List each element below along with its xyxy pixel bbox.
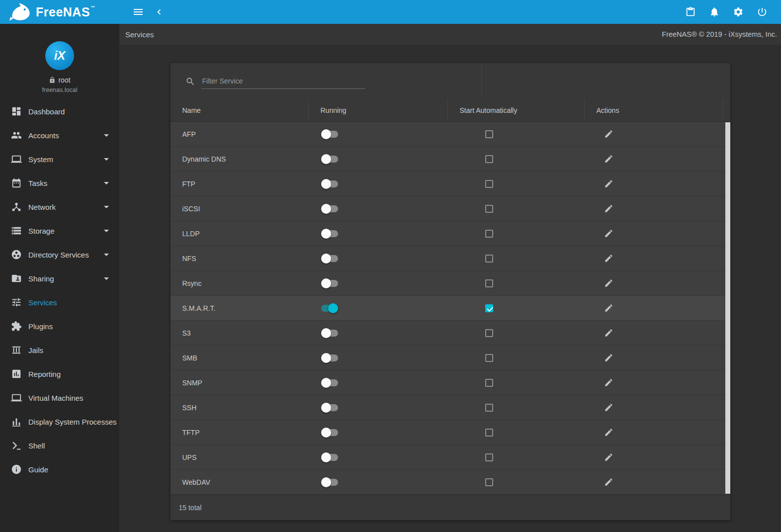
sidebar-item-network[interactable]: Network: [0, 195, 119, 219]
chevron-down-icon: [100, 201, 112, 213]
start-auto-checkbox[interactable]: [485, 453, 493, 461]
service-name: SSH: [171, 395, 309, 420]
edit-button[interactable]: [604, 353, 613, 362]
edit-button[interactable]: [604, 378, 613, 387]
sidebar-item-dashboard[interactable]: Dashboard: [0, 99, 119, 123]
sidebar-item-tasks[interactable]: Tasks: [0, 171, 119, 195]
sidebar-item-display-system-processes[interactable]: Display System Processes: [0, 410, 119, 434]
menu-button[interactable]: [128, 2, 148, 22]
start-auto-checkbox[interactable]: [485, 180, 493, 188]
running-toggle[interactable]: [321, 280, 338, 287]
running-toggle[interactable]: [321, 305, 338, 312]
edit-icon: [604, 254, 613, 263]
chart-icon: [11, 368, 22, 379]
tune-icon: [11, 297, 22, 308]
edit-button[interactable]: [604, 403, 613, 412]
sidebar-item-system[interactable]: System: [0, 147, 119, 171]
running-toggle[interactable]: [321, 255, 338, 262]
back-button[interactable]: [149, 2, 169, 22]
edit-icon: [604, 477, 613, 487]
edit-button[interactable]: [604, 254, 613, 263]
edit-button[interactable]: [604, 278, 613, 288]
edit-button[interactable]: [604, 303, 613, 313]
table-row: iSCSI: [171, 196, 730, 221]
running-toggle[interactable]: [321, 230, 338, 237]
running-toggle[interactable]: [321, 180, 338, 187]
chevron-down-icon: [100, 153, 112, 165]
edit-button[interactable]: [604, 229, 613, 238]
running-toggle[interactable]: [321, 404, 338, 411]
running-toggle[interactable]: [321, 429, 338, 436]
chevron-down-icon: [100, 225, 112, 237]
table-row: FTP: [171, 172, 730, 196]
running-cell: [309, 370, 448, 395]
edit-button[interactable]: [604, 129, 613, 139]
chevron-down-icon: [100, 129, 112, 141]
page-title: Services: [125, 30, 154, 39]
start-auto-checkbox[interactable]: [485, 279, 493, 287]
start-auto-checkbox[interactable]: [485, 230, 493, 238]
sidebar-item-sharing[interactable]: Sharing: [0, 266, 119, 290]
sidebar-item-directory-services[interactable]: Directory Services: [0, 243, 119, 266]
vertical-scrollbar[interactable]: [725, 122, 730, 494]
sidebar-item-plugins[interactable]: Plugins: [0, 314, 119, 338]
edit-icon: [604, 229, 613, 238]
start-auto-checkbox[interactable]: [485, 379, 493, 387]
sidebar-item-services[interactable]: Services: [0, 290, 119, 314]
tasks-button[interactable]: [681, 2, 700, 22]
toggle-knob: [321, 278, 331, 288]
running-toggle[interactable]: [321, 330, 338, 337]
shell-icon: [11, 440, 22, 451]
running-toggle[interactable]: [321, 355, 338, 361]
start-auto-checkbox[interactable]: [485, 205, 493, 213]
power-button[interactable]: [752, 2, 772, 22]
edit-button[interactable]: [604, 179, 613, 188]
start-auto-checkbox[interactable]: [485, 429, 493, 437]
dashboard-icon: [11, 106, 22, 117]
sidebar-item-storage[interactable]: Storage: [0, 219, 119, 243]
actions-cell: [585, 395, 730, 420]
edit-button[interactable]: [604, 328, 613, 338]
running-toggle[interactable]: [321, 379, 338, 386]
running-toggle[interactable]: [321, 205, 338, 212]
start-auto-checkbox[interactable]: [485, 304, 493, 312]
sidebar-item-jails[interactable]: Jails: [0, 338, 119, 362]
running-toggle[interactable]: [321, 479, 338, 486]
sidebar-item-accounts[interactable]: Accounts: [0, 123, 119, 147]
sidebar-item-reporting[interactable]: Reporting: [0, 362, 119, 386]
start-automatically-cell: [448, 122, 585, 146]
sidebar-item-guide[interactable]: Guide: [0, 457, 119, 481]
start-auto-checkbox[interactable]: [485, 404, 493, 412]
start-auto-checkbox[interactable]: [485, 354, 493, 362]
running-toggle[interactable]: [321, 131, 338, 138]
service-name: AFP: [171, 122, 309, 146]
edit-button[interactable]: [604, 154, 613, 164]
edit-button[interactable]: [604, 477, 613, 487]
start-auto-checkbox[interactable]: [485, 329, 493, 337]
sidebar: iX root freenas.local Dashboard Accounts…: [0, 24, 119, 532]
sidebar-item-label: Tasks: [28, 179, 47, 187]
sidebar-item-virtual-machines[interactable]: Virtual Machines: [0, 386, 119, 410]
start-auto-checkbox[interactable]: [485, 255, 493, 263]
table-row: AFP: [171, 122, 730, 147]
edit-button[interactable]: [604, 452, 613, 462]
actions-cell: [585, 147, 730, 171]
toggle-knob: [321, 328, 331, 338]
edit-button[interactable]: [604, 204, 613, 213]
actions-cell: [585, 470, 730, 494]
sidebar-item-shell[interactable]: Shell: [0, 434, 119, 457]
notifications-button[interactable]: [704, 2, 724, 22]
running-cell: [309, 296, 448, 320]
content-area: Name Running Start Automatically Actions…: [119, 45, 781, 532]
sidebar-item-label: Directory Services: [28, 251, 89, 259]
running-toggle[interactable]: [321, 156, 338, 163]
edit-button[interactable]: [604, 428, 613, 437]
running-toggle[interactable]: [321, 454, 338, 461]
start-auto-checkbox[interactable]: [485, 155, 493, 163]
settings-button[interactable]: [728, 2, 748, 22]
foldershared-icon: [11, 273, 22, 284]
filter-service-input[interactable]: [201, 74, 365, 89]
freenas-logo: FreeNAS™: [0, 0, 119, 24]
start-auto-checkbox[interactable]: [485, 478, 493, 486]
start-auto-checkbox[interactable]: [485, 130, 493, 138]
